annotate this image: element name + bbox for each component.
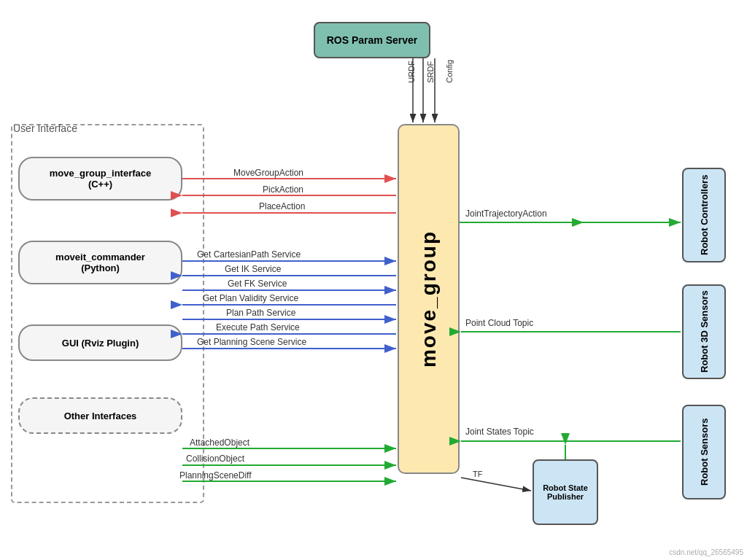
urdf-label: URDF — [407, 60, 416, 83]
robot-state-publisher-box: Robot State Publisher — [533, 459, 598, 525]
ros-param-server: ROS Param Server — [314, 22, 430, 58]
tf-label: TF — [473, 470, 482, 478]
pick-action-label: PickAction — [263, 184, 303, 195]
other-interfaces-box: Other Interfaces — [18, 397, 182, 434]
cartesian-path-label: Get CartesianPath Service — [197, 249, 301, 260]
user-interface-label: User Interface — [13, 122, 77, 134]
planning-scene-label: Get Planning Scene Service — [197, 337, 306, 347]
move-group-interface-box: move_group_interface (C++) — [18, 157, 182, 201]
config-label: Config — [445, 60, 454, 83]
move-group-label: move_group — [417, 230, 441, 368]
joint-trajectory-label: JointTrajectoryAction — [465, 209, 547, 219]
move-group-action-label: MoveGroupAction — [233, 168, 303, 178]
watermark: csdn.net/qq_26565495 — [669, 548, 743, 556]
robot-sensors-box: Robot Sensors — [682, 405, 726, 499]
robot-controllers-box: Robot Controllers — [682, 168, 726, 262]
robot-3d-sensors-box: Robot 3D Sensors — [682, 284, 726, 379]
get-ik-label: Get IK Service — [225, 264, 281, 274]
place-action-label: PlaceAction — [259, 201, 305, 211]
moveit-commander-box: moveit_commander (Python) — [18, 241, 182, 284]
get-fk-label: Get FK Service — [228, 279, 287, 289]
execute-path-label: Execute Path Service — [216, 322, 300, 332]
attached-object-label: AttachedObject — [190, 438, 249, 448]
param-labels: URDF SRDF Config — [407, 60, 454, 83]
svg-line-29 — [461, 478, 531, 491]
joint-states-label: Joint States Topic — [465, 427, 534, 437]
srdf-label: SRDF — [426, 60, 435, 83]
move-group-box: move_group — [398, 124, 460, 474]
plan-validity-label: Get Plan Validity Service — [203, 293, 298, 303]
plan-path-label: Plan Path Service — [226, 308, 295, 318]
point-cloud-label: Point Cloud Topic — [465, 318, 533, 328]
planning-scene-diff-label: PlanningSceneDiff — [179, 470, 252, 481]
collision-object-label: CollisionObject — [186, 454, 244, 464]
gui-box: GUI (Rviz Plugin) — [18, 324, 182, 361]
architecture-diagram: ROS Param Server URDF SRDF Config User I… — [0, 0, 747, 560]
